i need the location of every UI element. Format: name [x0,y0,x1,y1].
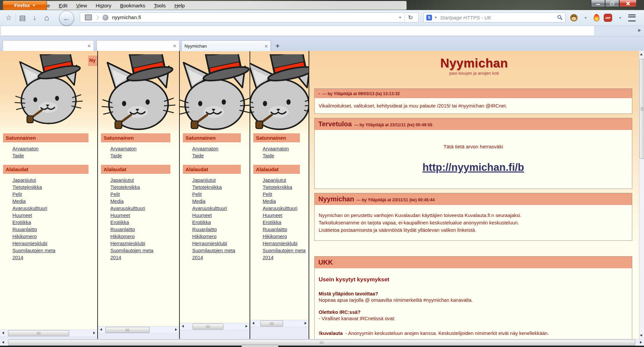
nav-link[interactable]: Suomilautojen meta [110,247,153,254]
nav-link[interactable]: Arvaamaton [263,145,289,152]
nav-link[interactable]: Ruuanlaitto [12,226,37,233]
nav-link[interactable]: Suomilautojen meta [12,247,55,254]
nav-link[interactable]: Avaruuskulttuuri [192,205,227,212]
nav-link[interactable]: Hikikomero [110,233,135,240]
nav-link[interactable]: Japanijutut [12,177,36,184]
nav-link[interactable]: Hikikomero [263,233,287,240]
overflow-chevron-icon[interactable]: » [638,27,641,33]
back-button[interactable]: ← [59,11,74,26]
tab-groups-icon[interactable] [85,14,92,20]
scrollbar-thumb[interactable] [260,321,283,327]
url-bar[interactable]: ▾ ↻ [80,12,419,22]
nav-link[interactable]: Pelit [110,191,120,198]
menu-hamburger-icon[interactable] [628,14,636,21]
nav-link[interactable]: Suomilautojen meta [192,247,235,254]
url-dropdown-icon[interactable]: ▾ [399,15,401,20]
reload-icon[interactable]: ↻ [408,14,413,21]
frame-horizontal-scrollbar[interactable] [250,320,309,327]
nav-link[interactable]: 2014 [192,254,203,261]
nav-link[interactable]: Pelit [12,191,22,198]
scroll-right-arrow[interactable] [244,323,250,329]
flame-addon-icon[interactable] [594,14,599,21]
scroll-left-arrow[interactable] [0,339,6,345]
search-input[interactable] [439,14,557,21]
downloads-icon[interactable]: ↓ [29,14,41,22]
search-icon[interactable] [557,15,562,20]
tab-close-icon[interactable]: × [265,44,268,49]
nav-link[interactable]: Arvaamaton [192,145,218,152]
nav-link[interactable]: Media [12,198,26,205]
scrollbar-thumb[interactable] [105,327,150,333]
nav-link[interactable]: Huumeet [263,212,282,219]
nav-link[interactable]: 2014 [12,254,23,261]
startpage-engine-icon[interactable]: S [426,15,432,20]
nav-link[interactable]: Tietotekniikka [12,184,42,191]
scroll-down-arrow[interactable] [639,333,644,338]
scroll-left-arrow[interactable] [0,330,6,336]
nav-link[interactable]: Suomilautojen meta [263,247,306,254]
nav-link[interactable]: 2014 [263,254,273,261]
menu-bookmarks[interactable]: Bookmarks [120,3,145,8]
scrollbar-thumb[interactable] [193,324,223,330]
nav-link[interactable]: Media [192,198,206,205]
nav-link[interactable]: Japanijutut [192,177,216,184]
reading-list-icon[interactable]: ▤ [16,14,29,22]
nav-link[interactable]: Erotiikka [12,219,31,226]
home-icon[interactable]: ⌂ [41,13,53,22]
nav-link[interactable]: Japanijutut [263,177,286,184]
window-horizontal-scrollbar[interactable] [0,339,644,346]
greasemonkey-icon[interactable] [570,14,578,21]
nav-link[interactable]: Herrasmiesklubi [263,240,298,247]
nav-link[interactable]: Herrasmiesklubi [12,240,47,247]
tab-background-2[interactable]: × [97,40,179,51]
nav-link[interactable]: Pelit [263,191,272,198]
tab-close-icon[interactable]: × [88,43,91,48]
adblock-dropdown-icon[interactable]: ▾ [619,15,621,20]
nav-link[interactable]: Hikikomero [192,233,217,240]
nav-link[interactable]: Japanijutut [110,177,134,184]
nav-link[interactable]: Taide [12,152,24,159]
tab-close-icon[interactable]: × [173,43,176,48]
scroll-left-arrow[interactable] [98,327,104,333]
vertical-scrollbar[interactable] [639,51,644,339]
nav-link[interactable]: Erotiikka [263,219,281,226]
nav-link[interactable]: Arvaamaton [110,145,137,152]
menu-help[interactable]: Help [174,3,185,8]
nav-link[interactable]: Taide [263,152,274,159]
scroll-up-arrow[interactable] [639,52,644,57]
new-tab-button[interactable]: + [276,42,279,50]
nav-link[interactable]: Media [263,198,276,205]
nav-link[interactable]: Arvaamaton [12,145,39,152]
nav-link[interactable]: Ruuanlaitto [263,226,287,233]
nav-link[interactable]: Erotiikka [192,219,211,226]
search-bar[interactable]: S ▾ [423,12,566,22]
nav-link[interactable]: Herrasmiesklubi [110,240,145,247]
scrollbar-thumb[interactable] [640,59,644,159]
restore-button[interactable] [605,0,619,7]
tab-background-1[interactable]: × [3,40,94,51]
nav-link[interactable]: Tietotekniikka [263,184,292,191]
scroll-right-arrow[interactable] [91,330,97,336]
frame-horizontal-scrollbar[interactable] [180,323,250,330]
scroll-left-arrow[interactable] [180,323,186,329]
menu-tools[interactable]: Tools [154,3,166,8]
nav-link[interactable]: Taide [192,152,204,159]
nav-link[interactable]: Ruuanlaitto [110,226,135,233]
nav-link[interactable]: Media [110,198,124,205]
scroll-right-arrow[interactable] [303,320,309,326]
nav-link[interactable]: Taide [110,152,122,159]
url-input[interactable] [111,14,396,21]
nav-link[interactable]: Huumeet [192,212,212,219]
nav-link[interactable]: Avaruuskulttuuri [12,205,47,212]
nav-link[interactable]: Tietotekniikka [110,184,140,191]
frame-horizontal-scrollbar[interactable] [0,330,97,337]
nav-link[interactable]: Ruuanlaitto [192,226,217,233]
tab-active-nyymichan[interactable]: Nyymichan × [181,40,271,51]
scroll-left-arrow[interactable] [250,320,256,326]
menu-history[interactable]: History [96,3,111,8]
bookmark-star-icon[interactable]: ☆ [3,14,15,22]
firefox-app-button[interactable]: Firefox [3,1,47,10]
nav-link[interactable]: Avaruuskulttuuri [110,205,145,212]
scroll-right-arrow[interactable] [173,327,179,333]
menu-view[interactable]: View [76,3,87,8]
